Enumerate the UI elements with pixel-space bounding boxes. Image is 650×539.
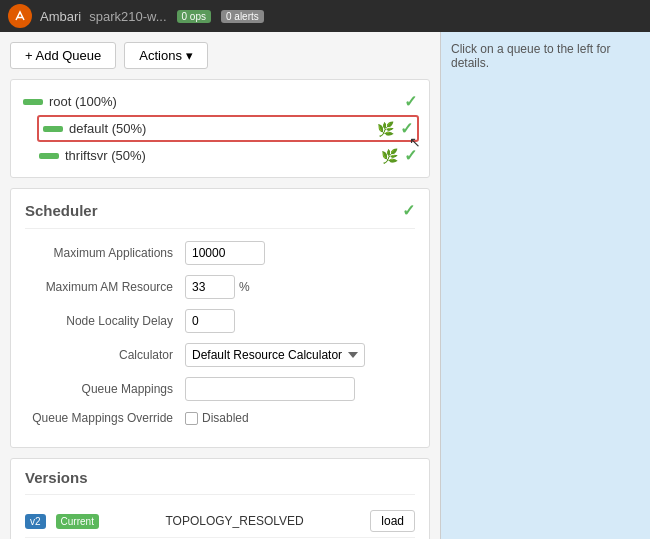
queue-row-root[interactable]: root (100%) ✓ xyxy=(21,88,419,115)
scheduler-check-icon: ✓ xyxy=(402,201,415,220)
queue-label: root (100%) xyxy=(49,94,398,109)
ambari-logo-icon xyxy=(12,8,28,24)
queue-label: thriftsvr (50%) xyxy=(65,148,375,163)
queue-section: root (100%) ✓ default (50%) 🌿 ✓ ↖ thrift xyxy=(10,79,430,178)
actions-button[interactable]: Actions ▾ xyxy=(124,42,207,69)
queue-icons: 🌿 ✓ xyxy=(381,146,417,165)
check-icon: ✓ xyxy=(404,92,417,111)
cluster-name: spark210-w... xyxy=(89,9,166,24)
queue-icons: 🌿 ✓ xyxy=(377,119,413,138)
scheduler-title: Scheduler xyxy=(25,202,98,219)
queue-mappings-input[interactable] xyxy=(185,377,355,401)
app-name: Ambari xyxy=(40,9,81,24)
queue-label: default (50%) xyxy=(69,121,371,136)
max-applications-input[interactable] xyxy=(185,241,265,265)
max-am-resource-row: Maximum AM Resource % xyxy=(25,275,415,299)
calculator-select[interactable]: Default Resource Calculator Dominant Res… xyxy=(185,343,365,367)
max-applications-label: Maximum Applications xyxy=(25,246,185,260)
main-content: + Add Queue Actions ▾ root (100%) ✓ defa… xyxy=(0,32,650,539)
queue-row-thriftsvr[interactable]: thriftsvr (50%) 🌿 ✓ xyxy=(37,142,419,169)
toolbar: + Add Queue Actions ▾ xyxy=(10,42,430,69)
max-am-resource-input[interactable] xyxy=(185,275,235,299)
scheduler-header: Scheduler ✓ xyxy=(25,201,415,229)
queue-mappings-override-value: Disabled xyxy=(202,411,249,425)
load-button-v2[interactable]: load xyxy=(370,510,415,532)
node-locality-input[interactable] xyxy=(185,309,235,333)
calculator-label: Calculator xyxy=(25,348,185,362)
queue-status-dot xyxy=(23,99,43,105)
right-panel: Click on a queue to the left for details… xyxy=(440,32,650,539)
am-resource-unit: % xyxy=(239,280,250,294)
versions-title: Versions xyxy=(25,469,415,495)
version-badge-v2: v2 xyxy=(25,514,46,529)
node-locality-row: Node Locality Delay xyxy=(25,309,415,333)
leaf-icon: 🌿 xyxy=(377,121,394,137)
queue-mappings-row: Queue Mappings xyxy=(25,377,415,401)
version-name-v2: TOPOLOGY_RESOLVED xyxy=(109,514,360,528)
check-icon: ✓ xyxy=(404,146,417,165)
queue-icons: ✓ xyxy=(404,92,417,111)
current-badge: Current xyxy=(56,514,99,529)
scheduler-section: Scheduler ✓ Maximum Applications Maximum… xyxy=(10,188,430,448)
versions-section: Versions v2 Current TOPOLOGY_RESOLVED lo… xyxy=(10,458,430,539)
max-am-resource-label: Maximum AM Resource xyxy=(25,280,185,294)
queue-status-dot xyxy=(43,126,63,132)
right-panel-hint: Click on a queue to the left for details… xyxy=(451,42,610,70)
ops-badge[interactable]: 0 ops xyxy=(177,10,211,23)
queue-mappings-override-label: Queue Mappings Override xyxy=(25,411,185,425)
app-logo xyxy=(8,4,32,28)
leaf-icon: 🌿 xyxy=(381,148,398,164)
calculator-row: Calculator Default Resource Calculator D… xyxy=(25,343,415,367)
add-queue-button[interactable]: + Add Queue xyxy=(10,42,116,69)
alerts-badge[interactable]: 0 alerts xyxy=(221,10,264,23)
node-locality-label: Node Locality Delay xyxy=(25,314,185,328)
queue-mappings-override-checkbox-group: Disabled xyxy=(185,411,249,425)
queue-row-default[interactable]: default (50%) 🌿 ✓ ↖ xyxy=(37,115,419,142)
queue-status-dot xyxy=(39,153,59,159)
queue-mappings-override-checkbox[interactable] xyxy=(185,412,198,425)
queue-mappings-label: Queue Mappings xyxy=(25,382,185,396)
left-panel: + Add Queue Actions ▾ root (100%) ✓ defa… xyxy=(0,32,440,539)
topbar: Ambari spark210-w... 0 ops 0 alerts xyxy=(0,0,650,32)
max-applications-row: Maximum Applications xyxy=(25,241,415,265)
version-row-v2: v2 Current TOPOLOGY_RESOLVED load xyxy=(25,505,415,538)
queue-mappings-override-row: Queue Mappings Override Disabled xyxy=(25,411,415,425)
